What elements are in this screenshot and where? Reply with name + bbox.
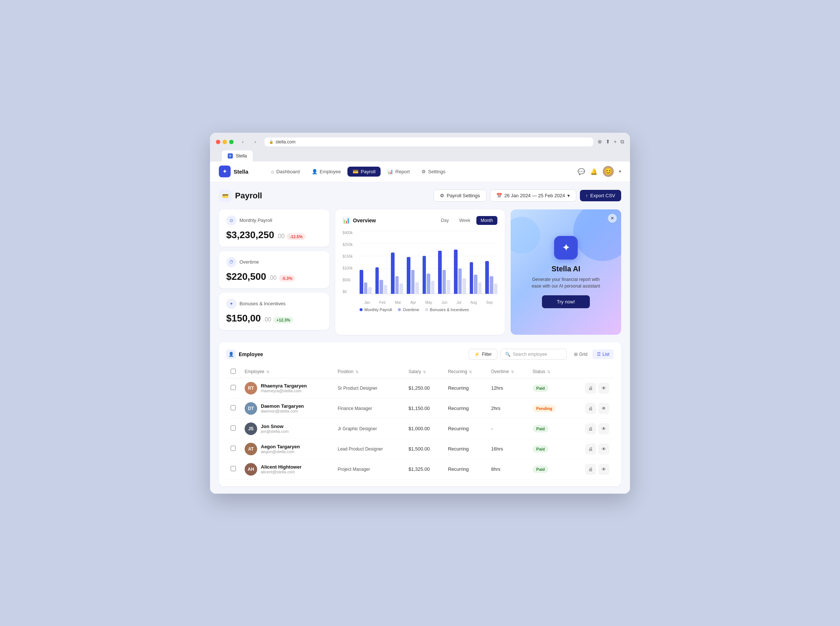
traffic-light-red[interactable] — [216, 140, 220, 144]
bar-monthly-aug — [470, 262, 473, 294]
col-salary[interactable]: Salary ⇅ — [404, 366, 443, 378]
bar-monthly-may — [423, 256, 426, 294]
new-tab-icon[interactable]: + — [614, 139, 617, 145]
calendar-icon: 📅 — [496, 193, 502, 198]
overtime-badge: -5.3% — [279, 275, 295, 282]
row-checkbox-cell — [226, 398, 240, 418]
table-title: Employee — [239, 351, 263, 357]
print-button[interactable]: 🖨 — [585, 403, 596, 414]
filter-icon: ⚡ — [474, 352, 480, 357]
browser-tab[interactable]: ✦ Stella — [222, 150, 253, 161]
nav-item-payroll[interactable]: 💳 Payroll — [347, 167, 381, 177]
list-icon: ☰ — [597, 352, 601, 357]
nav-item-dashboard[interactable]: ⌂ Dashboard — [266, 167, 305, 177]
avatar[interactable]: 😊 — [603, 166, 614, 177]
ai-try-button[interactable]: Try now! — [542, 295, 589, 308]
x-label-may: May — [425, 300, 432, 305]
chart-icon: 📊 — [343, 217, 350, 224]
recurring-cell: Recurring — [443, 378, 487, 398]
bonuses-decimal: .00 — [263, 316, 271, 323]
row-checkbox-cell — [226, 459, 240, 479]
col-position[interactable]: Position ⇅ — [333, 366, 404, 378]
view-button[interactable]: 👁 — [598, 464, 609, 475]
traffic-light-green[interactable] — [229, 140, 234, 144]
extensions-icon[interactable]: ⊕ — [598, 139, 602, 145]
print-button[interactable]: 🖨 — [585, 443, 596, 455]
lock-icon: 🔒 — [269, 140, 273, 144]
sort-recurring-icon: ⇅ — [469, 370, 472, 374]
row-checkbox-2[interactable] — [231, 426, 236, 430]
page-content: 💳 Payroll ⚙ Payroll Settings 📅 26 Jan 20… — [210, 182, 630, 494]
x-label-jul: Jul — [456, 300, 461, 305]
bar-monthly-feb — [375, 267, 379, 294]
share-icon[interactable]: ⬆ — [606, 139, 610, 145]
view-button[interactable]: 👁 — [598, 383, 609, 394]
ai-close-button[interactable]: ✕ — [608, 214, 617, 223]
avatar-chevron[interactable]: ▾ — [619, 169, 621, 174]
nav-item-employee[interactable]: 👤 Employee — [306, 167, 346, 177]
bar-bonus-sep — [494, 283, 498, 293]
nav-label-settings: Settings — [428, 169, 445, 174]
export-icon: ↑ — [586, 193, 589, 198]
print-button[interactable]: 🖨 — [585, 383, 596, 394]
monthly-stat-icon: ⊙ — [226, 215, 237, 225]
forward-button[interactable]: › — [251, 137, 260, 147]
table-row: RT Rhaenyra Targaryen rhaeneyra@stella.c… — [226, 378, 614, 398]
chat-icon[interactable]: 💬 — [578, 168, 585, 175]
sort-overtime-icon: ⇅ — [511, 370, 514, 374]
payroll-settings-button[interactable]: ⚙ Payroll Settings — [434, 189, 486, 202]
x-axis: JanFebMarAprMayJunJulAugSep — [359, 300, 497, 305]
grid-icon: ⊞ — [574, 352, 578, 357]
export-csv-button[interactable]: ↑ Export CSV — [580, 190, 621, 201]
chevron-down-icon: ▾ — [567, 193, 570, 198]
date-range-button[interactable]: 📅 26 Jan 2024 — 25 Feb 2024 ▾ — [490, 189, 576, 202]
list-view-button[interactable]: ☰ List — [592, 349, 614, 359]
view-button[interactable]: 👁 — [598, 443, 609, 455]
recurring-value: Recurring — [448, 446, 468, 452]
print-button[interactable]: 🖨 — [585, 464, 596, 475]
row-checkbox-4[interactable] — [231, 466, 236, 471]
overtime-card: ⏱ Overtime $220,500 .00 -5.3% — [219, 251, 329, 288]
position-text: Finance Manager — [337, 406, 372, 411]
x-label-feb: Feb — [379, 300, 386, 305]
tab-month[interactable]: Month — [476, 216, 497, 225]
app-nav: ✦ Stella ⌂ Dashboard 👤 Employee 💳 Payrol… — [210, 161, 630, 182]
bell-icon[interactable]: 🔔 — [590, 168, 598, 175]
recurring-value: Recurring — [448, 405, 468, 411]
nav-item-report[interactable]: 📊 Report — [382, 167, 415, 177]
address-bar[interactable]: 🔒 stella.com — [264, 138, 593, 146]
legend-label-overtime: Overtime — [403, 307, 419, 312]
employee-cell: AT Aegon Targaryen aegon@stella.com — [240, 439, 333, 459]
col-overtime[interactable]: Overtime ⇅ — [487, 366, 528, 378]
overtime-cell: 2hrs — [487, 398, 528, 418]
tabs-icon[interactable]: ⧉ — [620, 139, 624, 145]
nav-item-settings[interactable]: ⚙ Settings — [416, 167, 451, 177]
back-button[interactable]: ‹ — [238, 137, 248, 147]
col-status[interactable]: Status ⇅ — [528, 366, 570, 378]
view-button[interactable]: 👁 — [598, 423, 609, 434]
row-checkbox-3[interactable] — [231, 446, 236, 451]
tab-day[interactable]: Day — [437, 216, 453, 225]
filter-button[interactable]: ⚡ Filter — [468, 349, 497, 360]
sort-status-icon: ⇅ — [547, 370, 550, 374]
traffic-light-yellow[interactable] — [223, 140, 227, 144]
position-cell: Jr Graphic Designer — [333, 418, 404, 439]
overtime-value: 8hrs — [491, 466, 500, 472]
row-checkbox-1[interactable] — [231, 405, 236, 410]
table-row: AT Aegon Targaryen aegon@stella.com Lead… — [226, 439, 614, 459]
grid-view-button[interactable]: ⊞ Grid — [570, 349, 592, 359]
search-box[interactable]: 🔍 Search employee — [500, 349, 567, 360]
col-employee[interactable]: Employee ⇅ — [240, 366, 333, 378]
row-actions: 🖨 👁 — [575, 403, 609, 414]
employee-email: rhaeneyra@stella.com — [261, 388, 307, 393]
col-recurring[interactable]: Recurring ⇅ — [443, 366, 487, 378]
tab-week[interactable]: Week — [454, 216, 475, 225]
tab-favicon: ✦ — [228, 153, 233, 158]
view-button[interactable]: 👁 — [598, 403, 609, 414]
print-button[interactable]: 🖨 — [585, 423, 596, 434]
chart-title: Overview — [353, 218, 376, 224]
table-title-row: 👤 Employee — [226, 349, 263, 359]
select-all-checkbox[interactable] — [231, 369, 236, 374]
row-checkbox-0[interactable] — [231, 385, 236, 390]
col-actions — [570, 366, 614, 378]
